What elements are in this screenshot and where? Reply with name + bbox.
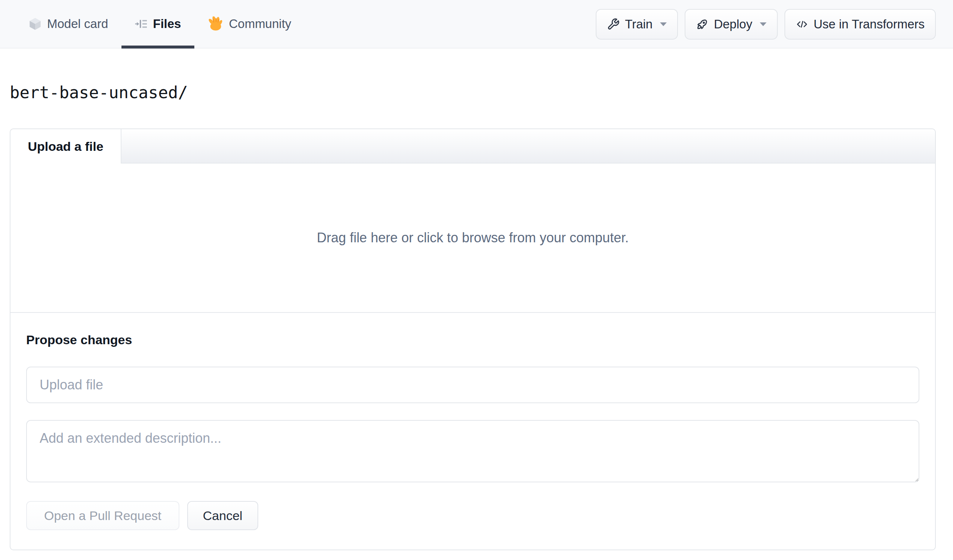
header-actions: Train Deploy Use in Tr — [596, 0, 936, 48]
train-button[interactable]: Train — [596, 9, 678, 40]
repo-tabs: Model card Files — [16, 0, 304, 48]
tab-label: Files — [153, 17, 181, 31]
rocket-icon — [696, 18, 709, 31]
chevron-down-icon — [760, 22, 767, 26]
extended-description-textarea[interactable] — [26, 420, 919, 482]
wrench-icon — [607, 18, 619, 31]
propose-actions-row: Open a Pull Request Cancel — [26, 501, 919, 530]
upload-filename-input[interactable] — [26, 367, 919, 403]
cancel-button[interactable]: Cancel — [187, 501, 258, 530]
propose-changes-section: Propose changes Open a Pull Request Canc… — [11, 313, 935, 549]
tab-upload-a-file[interactable]: Upload a file — [11, 129, 121, 164]
propose-changes-heading: Propose changes — [26, 332, 919, 347]
panel-tabstrip: Upload a file — [11, 129, 935, 164]
top-navigation: Model card Files — [0, 0, 953, 48]
file-versions-icon — [135, 18, 147, 30]
waving-hand-icon — [208, 16, 223, 31]
upload-panel: Upload a file Drag file here or click to… — [10, 128, 936, 550]
file-dropzone[interactable]: Drag file here or click to browse from y… — [11, 164, 935, 313]
open-pull-request-button[interactable]: Open a Pull Request — [26, 501, 179, 530]
use-in-transformers-button[interactable]: Use in Transformers — [784, 9, 936, 40]
tab-label: Model card — [47, 17, 108, 31]
button-label: Use in Transformers — [813, 17, 925, 31]
button-label: Deploy — [714, 17, 752, 31]
tab-label: Community — [229, 17, 291, 31]
button-label: Train — [625, 17, 652, 31]
chevron-down-icon — [660, 22, 667, 26]
cube-icon — [29, 17, 41, 31]
tab-model-card[interactable]: Model card — [16, 0, 121, 48]
code-icon — [796, 18, 809, 31]
dropzone-hint-text: Drag file here or click to browse from y… — [317, 230, 629, 246]
tab-files[interactable]: Files — [121, 0, 194, 48]
breadcrumb[interactable]: bert-base-uncased/ — [10, 83, 953, 102]
tab-community[interactable]: Community — [194, 0, 304, 48]
deploy-button[interactable]: Deploy — [684, 9, 778, 40]
